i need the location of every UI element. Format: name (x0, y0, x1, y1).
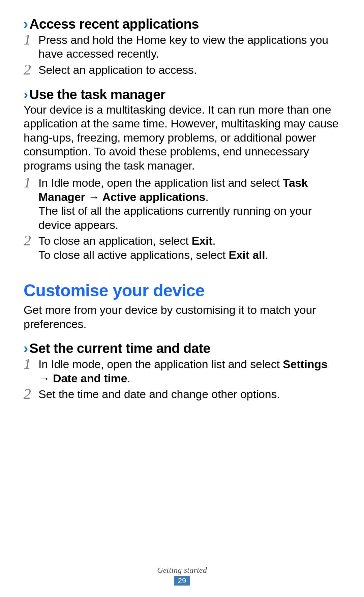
step-item: 1 In Idle mode, open the application lis… (24, 357, 340, 385)
step-item: 2 Set the time and date and change other… (24, 387, 340, 401)
arrow-run: → (38, 372, 53, 385)
bold-run: Exit all (229, 248, 265, 261)
footer-section-label: Getting started (0, 566, 364, 575)
subheading-time-date: › Set the current time and date (24, 340, 340, 356)
intro-paragraph: Get more from your device by customising… (24, 303, 340, 331)
chevron-icon: › (24, 17, 27, 31)
period: . (212, 234, 215, 247)
page-footer: Getting started 29 (0, 566, 364, 586)
step-item: 2 To close an application, select Exit. … (24, 234, 340, 262)
chevron-icon: › (24, 88, 27, 101)
arrow-run: → (85, 190, 102, 203)
text-run: To close all active applications, select (38, 248, 229, 261)
period: . (206, 190, 209, 203)
intro-paragraph: Your device is a multitasking device. It… (24, 103, 340, 173)
period: . (127, 372, 130, 385)
step-text: Select an application to access. (38, 63, 340, 77)
bold-run: Exit (192, 234, 213, 247)
subheading-text: Use the task manager (29, 87, 165, 102)
step-number: 2 (24, 62, 38, 77)
step-number: 1 (24, 175, 38, 190)
step-item: 1 Press and hold the Home key to view th… (24, 33, 340, 61)
subheading-task-manager: › Use the task manager (24, 87, 340, 102)
bold-run: Active applications (102, 190, 205, 203)
chevron-icon: › (24, 341, 27, 355)
step-number: 1 (24, 357, 38, 371)
period: . (265, 248, 268, 261)
step-after-text: The list of all the applications current… (38, 204, 340, 232)
text-run: To close an application, select (38, 234, 192, 247)
text-run: In Idle mode, open the application list … (38, 358, 283, 370)
page-number: 29 (174, 576, 190, 586)
step-number: 2 (24, 233, 38, 248)
text-run: In Idle mode, open the application list … (38, 176, 283, 189)
step-number: 1 (24, 32, 38, 47)
subheading-text: Access recent applications (29, 16, 199, 32)
subheading-access-recent: › Access recent applications (24, 16, 340, 32)
bold-run: Date and time (53, 372, 127, 385)
step-text: To close an application, select Exit. To… (38, 234, 340, 262)
step-item: 1 In Idle mode, open the application lis… (24, 176, 340, 232)
bold-run: Settings (283, 358, 328, 370)
manual-page: › Access recent applications 1 Press and… (0, 0, 364, 597)
subheading-text: Set the current time and date (29, 340, 210, 356)
step-number: 2 (24, 387, 38, 401)
step-text: Press and hold the Home key to view the … (38, 33, 340, 61)
step-text: In Idle mode, open the application list … (38, 357, 340, 385)
step-text: Set the time and date and change other o… (38, 387, 340, 401)
main-heading-customise: Customise your device (24, 281, 340, 300)
step-item: 2 Select an application to access. (24, 63, 340, 77)
step-text: In Idle mode, open the application list … (38, 176, 340, 232)
